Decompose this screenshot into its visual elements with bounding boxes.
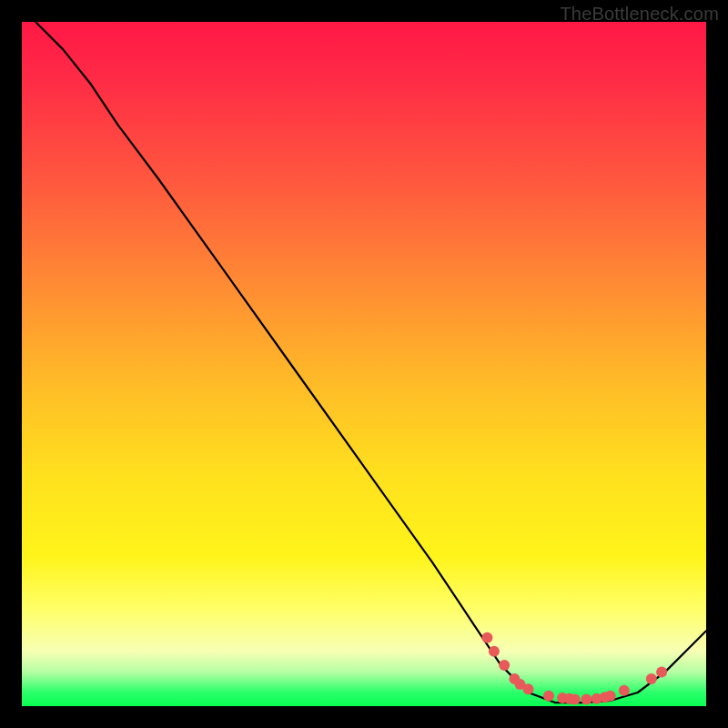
highlight-dots-group (481, 632, 667, 705)
chart-container: TheBottleneck.com (0, 0, 728, 728)
highlight-dot (543, 691, 554, 702)
highlight-dot (481, 632, 492, 643)
highlight-dot (489, 646, 500, 657)
chart-svg (22, 22, 706, 706)
highlight-dot (656, 666, 667, 677)
highlight-dot (619, 685, 630, 696)
plot-area (22, 22, 706, 706)
highlight-dot (499, 660, 510, 671)
bottleneck-curve (35, 22, 706, 703)
highlight-dot (570, 694, 581, 705)
highlight-dot (605, 691, 616, 702)
highlight-dot (523, 683, 534, 694)
highlight-dot (646, 673, 657, 684)
highlight-dot (581, 694, 592, 705)
watermark-text: TheBottleneck.com (560, 4, 719, 25)
